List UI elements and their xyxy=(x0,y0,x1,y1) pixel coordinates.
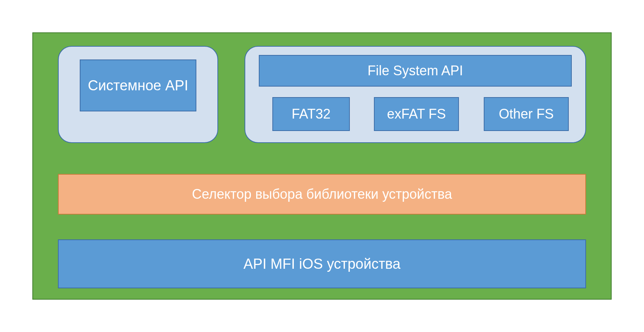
system-api-label: Системное API xyxy=(88,78,188,94)
fs-fat32-label: FAT32 xyxy=(292,106,330,122)
system-api-box: Системное API xyxy=(80,59,196,111)
diagram-canvas: Системное API File System API FAT32 exFA… xyxy=(0,0,644,332)
fs-other-box: Other FS xyxy=(484,97,569,131)
mfi-ios-api-box: API MFI iOS устройства xyxy=(58,239,586,288)
fs-exfat-label: exFAT FS xyxy=(387,106,446,122)
outer-container: Системное API File System API FAT32 exFA… xyxy=(32,32,612,300)
file-system-api-box: File System API xyxy=(259,55,572,87)
fs-other-label: Other FS xyxy=(499,106,554,122)
mfi-ios-api-label: API MFI iOS устройства xyxy=(243,256,400,272)
file-system-api-label: File System API xyxy=(368,63,463,79)
device-library-selector-box: Селектор выбора библиотеки устройства xyxy=(58,174,586,215)
fs-exfat-box: exFAT FS xyxy=(374,97,459,131)
device-library-selector-label: Селектор выбора библиотеки устройства xyxy=(192,186,452,202)
fs-fat32-box: FAT32 xyxy=(272,97,350,131)
